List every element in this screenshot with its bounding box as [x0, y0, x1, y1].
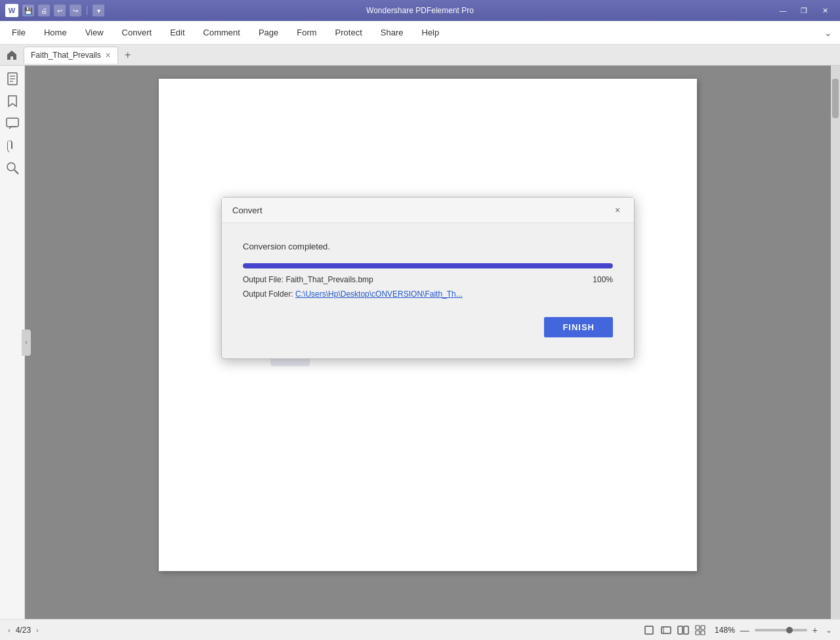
menu-btn[interactable]: ▾: [93, 5, 104, 16]
menu-form[interactable]: Form: [287, 21, 326, 44]
title-bar-left: W 💾 🖨 ↩ ↪ ▾: [5, 4, 104, 17]
zoom-out-btn[interactable]: —: [740, 625, 749, 635]
document-tab[interactable]: Faith_That_Prevails ✕: [24, 47, 118, 64]
zoom-slider-thumb[interactable]: [786, 627, 793, 633]
menu-page[interactable]: Page: [249, 21, 287, 44]
sidebar-search-icon[interactable]: [5, 160, 20, 176]
restore-btn[interactable]: ❐: [794, 4, 814, 17]
progress-percent: 100%: [593, 275, 613, 284]
output-folder-link[interactable]: C:\Users\Hp\Desktop\cONVERSION\Faith_Th.…: [295, 289, 463, 299]
prev-page-btn[interactable]: ‹: [8, 626, 10, 634]
zoom-slider[interactable]: [755, 629, 807, 631]
dialog-body: Conversion completed. Output File: Faith…: [222, 223, 634, 358]
menu-convert[interactable]: Convert: [113, 21, 161, 44]
dialog-footer: FINISH: [243, 317, 613, 337]
menu-edit[interactable]: Edit: [161, 21, 194, 44]
save-toolbar-btn[interactable]: 💾: [22, 5, 34, 16]
app-title: Wondershare PDFelement Pro: [366, 6, 474, 15]
tab-label: Faith_That_Prevails: [31, 51, 101, 60]
menu-file[interactable]: File: [3, 21, 35, 44]
svg-rect-8: [662, 627, 671, 633]
svg-rect-4: [7, 118, 18, 127]
zoom-dropdown-btn[interactable]: ⌄: [826, 626, 832, 635]
menu-chevron-icon[interactable]: ⌄: [824, 28, 832, 38]
next-page-btn[interactable]: ›: [36, 626, 39, 634]
page-total: 23: [22, 626, 31, 635]
sidebar-comment-icon[interactable]: [5, 116, 20, 131]
bottom-right: 148% — + ⌄: [643, 624, 832, 636]
scrollbar-thumb[interactable]: [832, 79, 839, 118]
new-tab-btn[interactable]: +: [121, 48, 135, 62]
content-area: pdfelement Convert × Conversion complete…: [25, 66, 831, 619]
window-controls: — ❐ ✕: [773, 4, 835, 17]
bottom-bar: ‹ 4/23 › 148% — + ⌄: [0, 619, 840, 640]
menu-help[interactable]: Help: [413, 21, 449, 44]
tab-close-btn[interactable]: ✕: [105, 51, 111, 60]
two-page-view-btn[interactable]: [677, 624, 689, 636]
minimize-btn[interactable]: —: [773, 4, 793, 17]
menu-protect[interactable]: Protect: [326, 21, 371, 44]
right-scrollbar[interactable]: [831, 66, 840, 619]
progress-info: Output File: Faith_That_Prevails.bmp 100…: [243, 275, 613, 284]
output-file-info: Output File: Faith_That_Prevails.bmp: [243, 275, 373, 284]
output-file-label: Output File:: [243, 275, 284, 284]
conversion-status: Conversion completed.: [243, 242, 613, 251]
svg-rect-10: [678, 626, 682, 634]
redo-btn[interactable]: ↪: [70, 5, 81, 16]
sidebar-attachment-icon[interactable]: [5, 138, 20, 154]
zoom-in-btn[interactable]: +: [812, 625, 818, 635]
page-info: 4/23: [16, 626, 31, 635]
convert-dialog: Convert × Conversion completed. Output F…: [221, 197, 635, 359]
dialog-close-btn[interactable]: ×: [612, 204, 623, 216]
progress-bar-fill: [243, 263, 613, 268]
output-folder-label: Output Folder:: [243, 289, 293, 299]
dialog-overlay: Convert × Conversion completed. Output F…: [25, 66, 831, 619]
main-layout: ‹ pdfelement Convert ×: [0, 66, 840, 619]
svg-line-6: [14, 170, 18, 174]
svg-rect-13: [701, 626, 705, 629]
progress-bar-background: [243, 263, 613, 268]
app-icon: W: [5, 4, 18, 17]
title-bar: W 💾 🖨 ↩ ↪ ▾ Wondershare PDFelement Pro —…: [0, 0, 840, 21]
toolbar-divider: [87, 6, 87, 15]
sidebar-pages-icon[interactable]: [5, 71, 20, 87]
dialog-title: Convert: [232, 205, 262, 215]
menu-bar: File Home View Convert Edit Comment Page…: [0, 21, 840, 45]
svg-rect-11: [684, 626, 688, 634]
grid-view-btn[interactable]: [694, 624, 706, 636]
tab-bar: Faith_That_Prevails ✕ +: [0, 45, 840, 66]
svg-rect-14: [696, 631, 700, 635]
svg-point-5: [7, 163, 15, 171]
bottom-left: ‹ 4/23 ›: [8, 626, 39, 635]
svg-rect-15: [701, 631, 705, 635]
print-toolbar-btn[interactable]: 🖨: [38, 5, 50, 16]
undo-btn[interactable]: ↩: [54, 5, 66, 16]
fit-page-view-btn[interactable]: [660, 624, 672, 636]
zoom-level: 148%: [711, 626, 735, 635]
menu-comment[interactable]: Comment: [194, 21, 249, 44]
output-folder-info: Output Folder: C:\Users\Hp\Desktop\cONVE…: [243, 289, 613, 299]
menu-share[interactable]: Share: [371, 21, 413, 44]
home-tab-icon[interactable]: [3, 46, 21, 64]
output-file-name: Faith_That_Prevails.bmp: [285, 275, 373, 284]
close-btn[interactable]: ✕: [815, 4, 835, 17]
menu-view[interactable]: View: [76, 21, 113, 44]
single-page-view-btn[interactable]: [643, 624, 655, 636]
sidebar-bookmark-icon[interactable]: [5, 93, 20, 109]
svg-rect-7: [645, 626, 653, 634]
finish-button[interactable]: FINISH: [544, 317, 613, 337]
svg-rect-12: [696, 626, 700, 629]
menu-home[interactable]: Home: [35, 21, 76, 44]
dialog-titlebar: Convert ×: [222, 198, 634, 223]
